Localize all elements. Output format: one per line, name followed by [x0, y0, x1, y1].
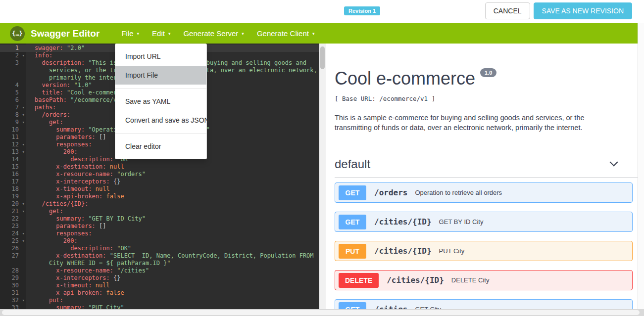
code-token — [35, 237, 63, 244]
fold-toggle-icon[interactable]: ▾ — [22, 111, 25, 119]
line-number: 22 — [12, 215, 19, 222]
horizontal-scrollbar-thumb[interactable] — [2, 310, 640, 315]
api-description: This is a sample e-commerce for buying a… — [335, 113, 622, 133]
code-line: summary: "GET BY ID City" — [26, 215, 319, 223]
horizontal-scrollbar[interactable] — [0, 309, 644, 316]
code-token: /cities/{ID}: — [42, 200, 88, 207]
method-badge: GET — [339, 185, 366, 200]
code-token: basePath: — [35, 96, 67, 103]
chevron-down-icon[interactable] — [610, 158, 618, 167]
code-token: parameters: — [56, 223, 95, 229]
editor-vertical-scrollbar[interactable] — [319, 44, 326, 316]
tag-section-header[interactable]: default — [335, 157, 638, 171]
code-token — [35, 215, 56, 222]
code-token — [35, 297, 49, 304]
gutter-line — [0, 260, 26, 267]
gutter-line: 24▾ — [0, 230, 26, 237]
code-token — [35, 267, 56, 274]
line-number: 31 — [12, 289, 19, 296]
fold-toggle-icon[interactable]: ▾ — [22, 141, 25, 148]
code-line: x-destination: null — [26, 163, 319, 171]
endpoint-row-delete-cities-id[interactable]: DELETE/cities/{ID}DELETE City — [335, 270, 633, 290]
fold-toggle-icon[interactable]: ▾ — [22, 104, 25, 111]
code-line: /cities/{ID}: — [26, 200, 319, 208]
fold-toggle-icon[interactable]: ▾ — [22, 237, 25, 245]
cancel-button[interactable]: CANCEL — [485, 2, 530, 19]
code-token — [35, 82, 42, 89]
gutter-line: 8▾ — [0, 111, 26, 119]
code-token: "2.0" — [67, 45, 85, 51]
gutter-line: 30 — [0, 282, 26, 289]
code-token — [35, 89, 42, 96]
gutter-line: 17 — [0, 178, 26, 185]
endpoint-row-get-cities-id[interactable]: GET/cities/{ID}GET BY ID City — [335, 212, 633, 232]
section-divider — [335, 177, 638, 178]
fold-toggle-icon[interactable]: ▾ — [22, 148, 25, 156]
menu-generate-client[interactable]: Generate Client▾ — [257, 29, 315, 38]
gutter-line: 23 — [0, 223, 26, 230]
code-token: put: — [49, 297, 63, 304]
gutter-line: 12▾ — [0, 141, 26, 148]
code-token: title: — [42, 89, 63, 96]
line-number: 20 — [12, 200, 19, 207]
code-token — [35, 134, 56, 140]
gutter-line: 18 — [0, 185, 26, 193]
code-token: null — [110, 163, 124, 170]
fold-toggle-icon[interactable]: ▾ — [22, 297, 25, 304]
editor-scrollbar-thumb[interactable] — [320, 46, 325, 69]
code-token: x-timeout: — [56, 185, 92, 192]
line-number: 9 — [15, 119, 19, 126]
endpoint-path: /cities/{ID} — [387, 275, 444, 285]
menu-file[interactable]: File▾ — [121, 29, 139, 38]
code-token: x-resource-name: — [56, 171, 113, 178]
line-number: 28 — [12, 267, 19, 274]
file-menu-item-import-url[interactable]: Import URL — [115, 47, 206, 66]
menu-edit[interactable]: Edit▾ — [152, 29, 170, 38]
menu-divider — [115, 88, 206, 89]
gutter-line: 22 — [0, 215, 26, 223]
code-token: City WHERE ID = ${ pathParam.ID }" — [49, 260, 171, 267]
line-number: 1 — [15, 45, 19, 51]
caret-down-icon: ▾ — [242, 31, 244, 36]
line-number: 2 — [15, 52, 19, 59]
fold-toggle-icon[interactable]: ▾ — [22, 200, 25, 208]
code-token — [35, 126, 56, 133]
code-line: responses: — [26, 230, 319, 237]
line-number: 8 — [15, 111, 19, 118]
api-docs-content: Cool e-commerce 1.0 [ Base URL: /ecommer… — [326, 68, 638, 316]
endpoint-row-get-orders[interactable]: GET/ordersOperation to retrieve all orde… — [335, 182, 633, 203]
save-as-new-revision-button[interactable]: SAVE AS NEW REVISION — [534, 2, 632, 19]
line-number: 16 — [12, 171, 19, 178]
fold-toggle-icon[interactable]: ▾ — [22, 119, 25, 126]
code-token: x-interceptors: — [56, 274, 109, 281]
code-line: x-api-broken: false — [26, 289, 319, 297]
file-menu-item-convert-and-save-as-json[interactable]: Convert and save as JSON — [115, 111, 206, 130]
file-menu-item-clear-editor[interactable]: Clear editor — [115, 137, 206, 156]
line-number: 5 — [15, 89, 19, 96]
fold-toggle-icon[interactable]: ▾ — [22, 230, 25, 237]
file-menu-item-import-file[interactable]: Import File — [115, 66, 206, 85]
code-token — [35, 289, 56, 296]
caret-down-icon: ▾ — [137, 31, 140, 36]
gutter-line: 15 — [0, 163, 26, 171]
endpoint-row-put-cities-id[interactable]: PUT/cities/{ID}PUT City — [335, 241, 633, 261]
code-token: x-destination: — [56, 163, 106, 170]
code-token — [35, 252, 56, 259]
code-token — [35, 274, 56, 281]
code-token — [106, 163, 110, 170]
fold-toggle-icon[interactable]: ▾ — [22, 208, 25, 215]
line-number: 15 — [12, 163, 19, 170]
page-vertical-scrollbar[interactable] — [638, 23, 644, 316]
topbar: Revision 1 CANCEL SAVE AS NEW REVISION — [0, 0, 644, 23]
endpoint-summary: Operation to retrieve all orders — [415, 189, 502, 196]
code-token: x-destination: — [56, 252, 106, 259]
swagger-logo-icon: {…} — [10, 26, 25, 41]
gutter-line — [0, 74, 26, 82]
method-badge: DELETE — [339, 273, 379, 288]
code-token: info: — [35, 52, 52, 59]
menu-generate-server[interactable]: Generate Server▾ — [183, 29, 244, 38]
endpoint-path: /orders — [374, 188, 407, 197]
file-menu-item-save-as-yaml[interactable]: Save as YAML — [115, 92, 206, 111]
fold-toggle-icon[interactable]: ▾ — [22, 52, 25, 59]
code-line: x-resource-name: "orders" — [26, 171, 319, 178]
